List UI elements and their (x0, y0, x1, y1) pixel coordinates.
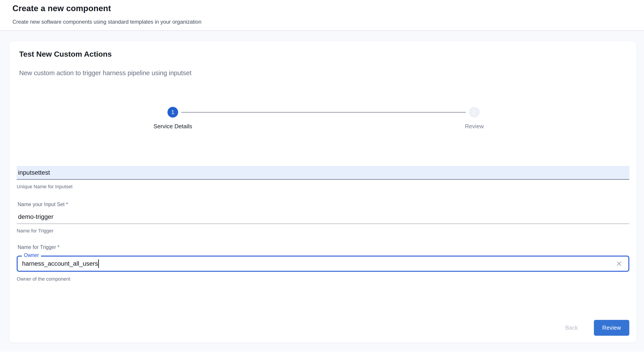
step-2-circle: 2 (469, 107, 480, 118)
owner-input[interactable]: harness_account_all_users (17, 256, 629, 272)
trigger-name-label: Name for Trigger * (18, 244, 60, 251)
step-connector-line (181, 112, 466, 113)
inputset-name-input[interactable] (17, 166, 629, 180)
owner-field-label: Owner (22, 252, 41, 259)
card-title: Test New Custom Actions (19, 50, 112, 58)
x-clear-icon (616, 260, 622, 267)
page-subtitle: Create new software components using sta… (12, 19, 201, 25)
review-button[interactable]: Review (594, 320, 629, 336)
template-card: Test New Custom Actions New custom actio… (9, 41, 636, 342)
page-title: Create a new component (12, 4, 111, 13)
step-1-number: 1 (171, 109, 174, 115)
inputset-name-helper: Unique Name for Inputset (17, 184, 72, 190)
page-header: Create a new component Create new softwa… (0, 0, 644, 31)
trigger-name-input[interactable] (17, 210, 629, 224)
trigger-name-helper: Name for Trigger (17, 228, 54, 234)
clear-owner-button[interactable] (614, 259, 624, 268)
back-button[interactable]: Back (561, 320, 582, 336)
inputset-name-label: Name your Input Set * (18, 202, 68, 208)
text-cursor (98, 259, 99, 268)
card-description: New custom action to trigger harness pip… (19, 70, 192, 76)
step-1-circle: 1 (168, 107, 178, 118)
main-content: Test New Custom Actions New custom actio… (0, 31, 644, 351)
step-1-label: Service Details (128, 123, 217, 130)
step-2-label: Review (430, 123, 519, 130)
owner-value: harness_account_all_users (22, 261, 98, 267)
owner-helper: Owner of the component (17, 276, 70, 282)
step-2-number: 2 (473, 109, 476, 115)
